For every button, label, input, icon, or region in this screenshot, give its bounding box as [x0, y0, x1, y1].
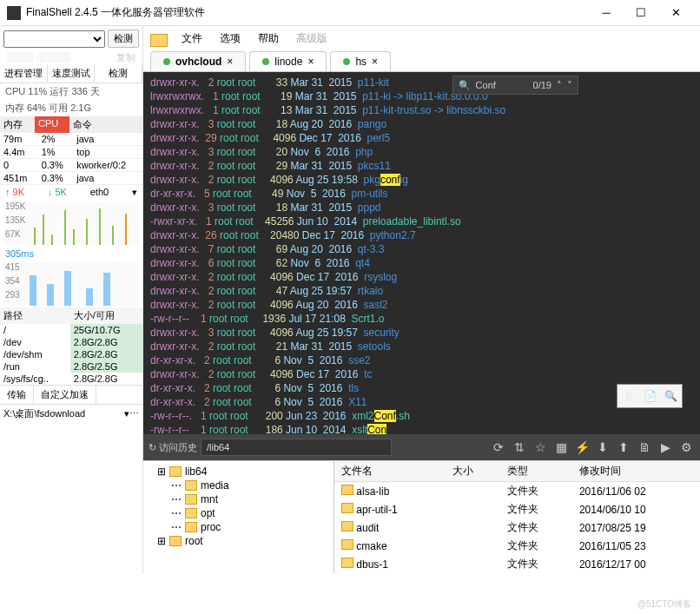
- tree-node[interactable]: ⋯proc: [147, 520, 330, 534]
- maximize-button[interactable]: ☐: [624, 1, 658, 25]
- app-icon: [7, 6, 21, 20]
- process-row[interactable]: 79m2%java: [0, 133, 142, 146]
- file-row[interactable]: apr-util-1文件夹2014/06/10 10: [334, 500, 700, 518]
- close-button[interactable]: ✕: [658, 1, 693, 25]
- col-cpu[interactable]: CPU: [35, 116, 69, 133]
- copy-label[interactable]: 复制: [116, 51, 135, 64]
- host-select[interactable]: [3, 30, 105, 48]
- file-list[interactable]: 文件名大小类型修改时间 alsa-lib文件夹2016/11/06 02 apr…: [334, 461, 700, 573]
- search-icon[interactable]: 🔍: [663, 388, 678, 404]
- star-icon[interactable]: ☆: [532, 440, 549, 454]
- file-row[interactable]: alsa-lib文件夹2016/11/06 02: [334, 482, 700, 501]
- tab-detect[interactable]: 检测: [95, 64, 142, 83]
- disk-row[interactable]: /dev2.8G/2.8G: [0, 336, 142, 348]
- title-bar: FinalShell 2.4.5 一体化服务器管理软件 ─ ☐ ✕: [0, 0, 700, 26]
- copy-icon[interactable]: ⎘: [621, 388, 637, 404]
- tree-node[interactable]: ⊞root: [147, 534, 330, 548]
- tab-speed[interactable]: 速度测试: [48, 64, 96, 83]
- tab-ovhcloud[interactable]: ovhcloud×: [150, 51, 246, 71]
- bolt-icon[interactable]: ⚡: [573, 440, 591, 454]
- chevron-down-icon[interactable]: ▾: [132, 187, 137, 198]
- command-bar: ↻ 访问历史 ⟳ ⇅ ☆ ▦ ⚡ ⬇ ⬆ 🗎 ▶ ⚙: [143, 434, 700, 460]
- detect-button[interactable]: 检测: [108, 30, 139, 48]
- doc-icon[interactable]: 🗎: [636, 440, 653, 454]
- close-icon[interactable]: ×: [227, 56, 233, 68]
- process-row[interactable]: 00.3%kworker/0:2: [0, 159, 142, 172]
- col-mem[interactable]: 内存: [0, 116, 35, 133]
- process-row[interactable]: 4.4m1%top: [0, 146, 142, 159]
- terminal[interactable]: 🔍 0/19 ˄ ˅ drwxr-xr-x. 2 root root 33 Ma…: [143, 72, 700, 434]
- open-folder-icon[interactable]: [150, 32, 168, 46]
- menu-help[interactable]: 帮助: [254, 30, 282, 48]
- net-down: ↓ 5K: [48, 187, 67, 198]
- search-down-icon[interactable]: ˅: [567, 78, 572, 92]
- tree-node[interactable]: ⋯mnt: [147, 492, 330, 506]
- local-path: X:\桌面\fsdownload: [3, 407, 85, 420]
- menu-file[interactable]: 文件: [178, 30, 206, 48]
- terminal-toolbox: ⎘ 📄 🔍: [617, 384, 683, 408]
- file-row[interactable]: cmake文件夹2016/11/05 23: [334, 537, 700, 555]
- folder-tree[interactable]: ⊞lib64⋯media⋯mnt⋯opt⋯proc⊞root: [143, 461, 334, 573]
- grid-icon[interactable]: ▦: [552, 440, 570, 454]
- sync-icon[interactable]: ⇅: [511, 440, 528, 454]
- process-table: 79m2%java4.4m1%top00.3%kworker/0:2451m0.…: [0, 133, 142, 185]
- disk-row[interactable]: /sys/fs/cg..2.8G/2.8G: [0, 373, 142, 385]
- path-input[interactable]: [201, 439, 392, 456]
- lat-chart: 415 354 293: [3, 262, 139, 306]
- menu-advanced[interactable]: 高级版: [293, 30, 331, 48]
- disk-table: 路径大小/可用 /25G/10.7G/dev2.8G/2.8G/dev/shm2…: [0, 307, 142, 385]
- file-row[interactable]: dbus-1文件夹2016/12/17 00: [334, 555, 700, 573]
- search-count: 0/19: [533, 78, 551, 92]
- menu-option[interactable]: 选项: [216, 30, 244, 48]
- latency: 305ms: [0, 247, 142, 261]
- close-icon[interactable]: ×: [372, 56, 378, 68]
- download-icon[interactable]: ⬇: [594, 440, 611, 454]
- tree-node[interactable]: ⊞lib64: [147, 465, 330, 479]
- tab-hs[interactable]: hs×: [330, 51, 391, 71]
- sidebar: 检测 ░░░░ ░░░░░复制 进程管理 速度测试 检测 CPU 11% 运行 …: [0, 26, 143, 573]
- session-tabs: ovhcloud× linode× hs×: [143, 51, 700, 72]
- tab-process[interactable]: 进程管理: [0, 64, 48, 83]
- net-chart: 195K 135K 67K: [3, 201, 139, 245]
- tab-transfer[interactable]: 传输: [0, 386, 34, 404]
- browse-icon[interactable]: ⋯: [129, 408, 139, 419]
- minimize-button[interactable]: ─: [589, 1, 624, 25]
- cpu-stat: CPU 11% 运行 336 天: [0, 83, 142, 100]
- net-iface: eth0: [90, 187, 109, 198]
- net-up: ↑ 9K: [5, 187, 24, 198]
- file-browser: ⊞lib64⋯media⋯mnt⋯opt⋯proc⊞root 文件名大小类型修改…: [143, 460, 700, 573]
- disk-row[interactable]: /25G/10.7G: [0, 324, 142, 336]
- col-cmd[interactable]: 命令: [69, 116, 96, 133]
- window-title: FinalShell 2.4.5 一体化服务器管理软件: [26, 5, 589, 20]
- watermark: @51CTO博客: [637, 598, 691, 611]
- close-icon[interactable]: ×: [307, 56, 314, 68]
- history-button[interactable]: ↻ 访问历史: [149, 441, 197, 454]
- search-up-icon[interactable]: ˄: [557, 78, 562, 92]
- paste-icon[interactable]: 📄: [642, 388, 657, 404]
- tree-node[interactable]: ⋯opt: [147, 506, 330, 520]
- disk-row[interactable]: /run2.8G/2.5G: [0, 360, 142, 373]
- mem-stat: 内存 64% 可用 2.1G: [0, 100, 142, 116]
- process-row[interactable]: 451m0.3%java: [0, 172, 142, 185]
- tab-accel[interactable]: 自定义加速: [34, 386, 96, 404]
- tab-linode[interactable]: linode×: [249, 51, 327, 71]
- upload-icon[interactable]: ⬆: [615, 440, 632, 454]
- tree-node[interactable]: ⋯media: [147, 479, 330, 492]
- refresh-icon[interactable]: ⟳: [490, 440, 507, 454]
- search-input[interactable]: [476, 80, 528, 90]
- file-row[interactable]: audit文件夹2017/08/25 19: [334, 518, 700, 537]
- search-icon: 🔍: [459, 78, 471, 92]
- disk-row[interactable]: /dev/shm2.8G/2.8G: [0, 348, 142, 360]
- search-box: 🔍 0/19 ˄ ˅: [452, 76, 578, 95]
- play-icon[interactable]: ▶: [657, 440, 674, 454]
- main-area: 文件 选项 帮助 高级版 ovhcloud× linode× hs× 🔍 0/1…: [143, 26, 700, 573]
- gear-icon[interactable]: ⚙: [677, 440, 695, 454]
